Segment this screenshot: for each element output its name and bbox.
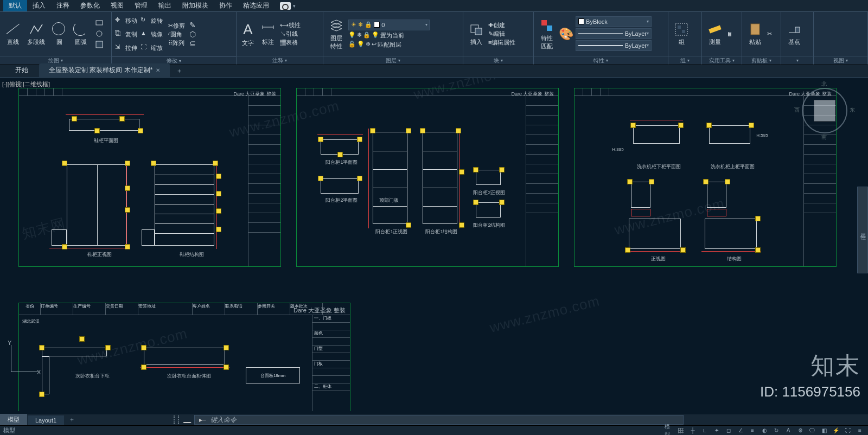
layer-make-current[interactable]: 置为当前 bbox=[380, 31, 404, 40]
furniture[interactable] bbox=[155, 164, 214, 246]
tool-array[interactable]: ⠿阵列 bbox=[168, 39, 185, 47]
tool-layer-properties[interactable]: 图层 特性 bbox=[327, 18, 346, 50]
status-monitor[interactable]: 🖵 bbox=[807, 427, 817, 434]
status-osnap[interactable]: ◻ bbox=[724, 427, 733, 434]
status-isolate[interactable]: ◧ bbox=[819, 427, 829, 434]
sheet-2[interactable]: Dare 大亚圣象 整装 阳台柜1平面图 阳台柜2平面图 顶部门板 阳台柜1正视… bbox=[296, 88, 559, 267]
tool-match-props[interactable]: 特性 匹配 bbox=[537, 18, 557, 50]
tool-dimension[interactable]: 标注 bbox=[258, 22, 278, 46]
layer-iso[interactable]: 💡 bbox=[348, 31, 356, 40]
status-model[interactable]: 模型 bbox=[664, 427, 674, 434]
tool-trim[interactable]: ✂修剪 bbox=[168, 22, 185, 30]
layer-unlock[interactable]: 🔓 bbox=[348, 41, 356, 49]
tool-hatch[interactable] bbox=[95, 29, 104, 39]
status-lwt[interactable]: ≡ bbox=[748, 427, 757, 434]
tool-group[interactable]: 组 bbox=[672, 22, 691, 46]
tool-rotate[interactable]: ↻旋转 bbox=[141, 14, 163, 27]
sheet-4[interactable]: 省份 订单编号 生产编号 交货日期 安装地址 客户姓名 联系电话 参照开关 版本… bbox=[18, 303, 350, 411]
menu-annotate[interactable]: 注释 bbox=[51, 0, 75, 11]
tool-text[interactable]: A文字 bbox=[240, 21, 256, 47]
tool-table[interactable]: ▦表格 bbox=[280, 39, 301, 47]
command-drag-handle[interactable] bbox=[174, 415, 179, 424]
menu-collab[interactable]: 协作 bbox=[214, 0, 238, 11]
tool-linear-dim[interactable]: ⟷线性 bbox=[280, 21, 301, 29]
tool-erase[interactable]: ✎ bbox=[189, 21, 196, 29]
tool-more-draw[interactable] bbox=[95, 40, 104, 50]
sheet-3[interactable]: Dare 大亚圣象 整装 H:885 洗衣机柜下柜平面图 H:585 洗衣机柜上… bbox=[574, 88, 837, 267]
menu-manage[interactable]: 管理 bbox=[129, 0, 153, 11]
prop-color-combo[interactable]: ByBlock▾ bbox=[576, 16, 652, 27]
layer-on[interactable]: 💡 bbox=[357, 41, 365, 49]
menu-featured[interactable]: 精选应用 bbox=[238, 0, 275, 11]
layer-match[interactable]: 匹配图层 bbox=[378, 41, 401, 49]
layer-off[interactable]: 💡 bbox=[372, 31, 379, 40]
tab-add-layout[interactable]: ＋ bbox=[65, 414, 79, 425]
menu-default[interactable]: 默认 bbox=[3, 0, 27, 11]
furniture[interactable] bbox=[67, 164, 126, 246]
tool-move[interactable]: ✥移动 bbox=[115, 14, 137, 27]
tool-calc[interactable]: 🖩 bbox=[727, 31, 733, 37]
tool-rectangle[interactable] bbox=[95, 18, 104, 28]
tab-model[interactable]: 模型 bbox=[0, 414, 27, 425]
layer-lock[interactable]: 🔒 bbox=[363, 31, 371, 40]
status-clean[interactable]: ⛶ bbox=[843, 427, 853, 434]
viewport-label[interactable]: [-][俯视][二维线框] bbox=[2, 80, 50, 88]
tab-layout1[interactable]: Layout1 bbox=[28, 415, 64, 425]
status-otrack[interactable]: ∠ bbox=[736, 427, 745, 434]
properties-palette-tab[interactable]: 属性 bbox=[857, 187, 868, 273]
status-custom[interactable]: ≡ bbox=[855, 427, 865, 434]
drawing-canvas[interactable]: [-][俯视][二维线框] 知末网 www.znzmo.com www.znzm… bbox=[0, 78, 868, 414]
tool-scale[interactable]: ⛶缩放 bbox=[141, 41, 163, 54]
tool-mirror[interactable]: ▲镜像 bbox=[141, 28, 163, 41]
camera-icon[interactable] bbox=[280, 2, 291, 10]
status-grid[interactable] bbox=[676, 427, 686, 434]
furniture[interactable] bbox=[69, 119, 139, 131]
menu-view[interactable]: 视图 bbox=[105, 0, 129, 11]
tab-start[interactable]: 开始 bbox=[5, 63, 38, 77]
prop-linetype-combo[interactable]: ByLayer▾ bbox=[576, 28, 652, 39]
tool-cut[interactable]: ✂ bbox=[767, 30, 772, 37]
layer-prev[interactable]: ↩ bbox=[372, 41, 376, 49]
status-workspace[interactable]: ⚙ bbox=[795, 427, 805, 434]
status-polar[interactable]: ✦ bbox=[712, 427, 722, 434]
block-edit[interactable]: ✎编辑 bbox=[488, 30, 515, 38]
tool-circle[interactable]: 圆 bbox=[49, 22, 69, 46]
tool-copy[interactable]: ⿻复制 bbox=[115, 28, 137, 41]
tool-leader[interactable]: ↘引线 bbox=[280, 30, 301, 38]
menu-insert[interactable]: 插入 bbox=[27, 0, 51, 11]
tab-new[interactable]: ＋ bbox=[171, 65, 188, 77]
status-snap[interactable]: ┼ bbox=[688, 427, 698, 434]
close-icon[interactable]: ✕ bbox=[156, 67, 160, 73]
tool-stretch[interactable]: ⇲拉伸 bbox=[115, 41, 137, 54]
tool-basepoint[interactable]: 基点 bbox=[784, 22, 804, 46]
block-create[interactable]: ✚创建 bbox=[488, 21, 515, 29]
status-cycle[interactable]: ↻ bbox=[771, 427, 781, 434]
view-cube[interactable]: 西 东 北 南 bbox=[802, 88, 847, 133]
tool-insert-block[interactable]: 插入 bbox=[467, 22, 486, 46]
menu-overflow-icon[interactable]: ▾ bbox=[293, 3, 296, 9]
layer-freeze[interactable]: ❄ bbox=[357, 31, 362, 40]
menu-addins[interactable]: 附加模块 bbox=[177, 0, 214, 11]
tool-line[interactable]: 直线 bbox=[3, 22, 23, 46]
status-transparency[interactable]: ◐ bbox=[760, 427, 769, 434]
status-annoscale[interactable]: A bbox=[783, 427, 793, 434]
tool-fillet[interactable]: ◜圆角 bbox=[168, 30, 185, 39]
block-attr-edit[interactable]: ≡编辑属性 bbox=[488, 39, 515, 47]
prop-lineweight-combo[interactable]: ByLayer▾ bbox=[576, 40, 652, 51]
color-wheel-icon[interactable]: 🎨 bbox=[559, 27, 573, 41]
tool-measure[interactable]: 测量 bbox=[705, 22, 725, 46]
menu-output[interactable]: 输出 bbox=[153, 0, 177, 11]
tool-arc[interactable]: 圆弧 bbox=[71, 22, 91, 46]
tool-paste[interactable]: 粘贴 bbox=[745, 22, 765, 46]
sheet-1[interactable]: Dare 大亚圣象 整装 鞋柜平面图 鞋柜正视图 鞋柜结构图 bbox=[18, 88, 281, 267]
layer-thaw[interactable]: ❄ bbox=[366, 41, 371, 49]
tab-document[interactable]: 全屋整装定制 家装样板间 木作定制*✕ bbox=[39, 63, 170, 77]
status-hardware[interactable]: ⚡ bbox=[831, 427, 841, 434]
menu-parametric[interactable]: 参数化 bbox=[75, 0, 105, 11]
layer-combo[interactable]: ☀ ❄ 🔒 0▾ bbox=[348, 20, 430, 30]
command-input[interactable]: ▸–键入命令 bbox=[194, 415, 684, 425]
tool-offset[interactable]: ⊆ bbox=[189, 39, 196, 48]
status-ortho[interactable]: ∟ bbox=[700, 427, 710, 434]
tool-explode[interactable]: ⬡ bbox=[189, 30, 196, 39]
tool-polyline[interactable]: 多段线 bbox=[25, 22, 47, 46]
